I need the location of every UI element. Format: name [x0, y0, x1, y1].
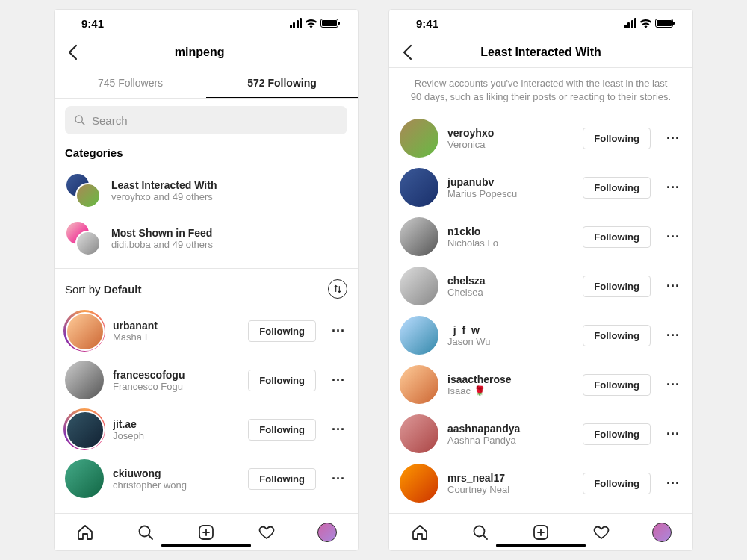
heart-icon	[258, 523, 276, 541]
list-item[interactable]: veroyhxoVeronica Following ···	[389, 113, 692, 163]
more-button[interactable]: ···	[664, 426, 682, 442]
username: jupanubv	[447, 176, 574, 188]
more-button[interactable]: ···	[664, 180, 682, 196]
more-button[interactable]: ···	[664, 279, 682, 294]
list-item[interactable]: isaactheroseIsaac 🌹 Following ···	[389, 360, 692, 409]
username: isaactherose	[447, 373, 574, 385]
search-tab[interactable]	[471, 523, 490, 542]
more-button[interactable]: ···	[664, 328, 682, 343]
back-button[interactable]	[63, 43, 81, 61]
header: Least Interacted With	[389, 37, 692, 68]
username: ckiuwong	[113, 467, 239, 479]
new-post-tab[interactable]	[531, 523, 551, 542]
following-button[interactable]: Following	[583, 177, 651, 199]
display-name: Isaac 🌹	[447, 385, 574, 396]
list-item[interactable]: jupanubvMarius Popescu Following ···	[389, 163, 692, 212]
following-button[interactable]: Following	[583, 374, 651, 396]
more-button[interactable]: ···	[664, 131, 682, 146]
following-button[interactable]: Following	[248, 468, 316, 490]
list-item[interactable]: jit.ae Joseph Following ···	[55, 405, 358, 454]
following-button[interactable]: Following	[583, 276, 651, 297]
list-item[interactable]: n1ckloNicholas Lo Following ···	[389, 212, 692, 261]
tabs: 745 Followers 572 Following	[55, 68, 358, 99]
avatar	[65, 459, 104, 498]
avatar	[400, 168, 438, 207]
home-tab[interactable]	[75, 523, 95, 542]
search-input[interactable]	[92, 114, 338, 127]
home-icon	[411, 523, 429, 541]
more-button[interactable]: ···	[329, 373, 347, 388]
avatar	[400, 267, 438, 305]
avatar	[65, 361, 104, 399]
cellular-icon	[290, 18, 303, 28]
following-button[interactable]: Following	[583, 128, 651, 149]
list-item[interactable]: _j_f_w_Jason Wu Following ···	[389, 311, 692, 360]
category-title: Least Interacted With	[111, 179, 217, 191]
username: francescofogu	[113, 369, 239, 381]
search-tab[interactable]	[136, 523, 155, 542]
list-item[interactable]: mrs_neal17Courtney Neal Following ···	[389, 458, 692, 508]
avatar	[66, 411, 105, 449]
battery-icon	[655, 19, 673, 28]
phone-least-interacted-screen: 9:41 Least Interacted With Review accoun…	[388, 9, 693, 551]
following-button[interactable]: Following	[248, 370, 316, 391]
avatar	[400, 464, 438, 503]
status-time: 9:41	[416, 17, 438, 30]
tab-following[interactable]: 572 Following	[206, 68, 358, 98]
wifi-icon	[305, 19, 317, 28]
category-most-shown[interactable]: Most Shown in Feed didi.boba and 49 othe…	[55, 214, 358, 262]
svg-line-8	[483, 535, 487, 539]
category-least-interacted[interactable]: Least Interacted With veroyhxo and 49 ot…	[55, 167, 358, 214]
display-name: Nicholas Lo	[447, 237, 574, 249]
more-button[interactable]: ···	[329, 471, 347, 487]
username: mrs_neal17	[447, 472, 574, 484]
svg-line-3	[149, 535, 152, 539]
heart-icon	[592, 523, 610, 541]
list-item[interactable]: ckiuwong christopher wong Following ···	[55, 454, 358, 503]
following-button[interactable]: Following	[583, 325, 651, 346]
display-name: Chelsea	[447, 287, 574, 298]
following-button[interactable]: Following	[583, 226, 651, 248]
list-item[interactable]: urbanant Masha I Following ···	[55, 306, 358, 355]
back-button[interactable]	[398, 43, 416, 61]
avatar	[400, 365, 438, 404]
profile-tab[interactable]	[652, 523, 672, 542]
activity-tab[interactable]	[592, 523, 611, 542]
header: minpeng__	[55, 37, 358, 68]
activity-tab[interactable]	[257, 523, 276, 542]
tab-followers[interactable]: 745 Followers	[55, 68, 206, 98]
list-item[interactable]: francescofogu Francesco Fogu Following ·…	[55, 355, 358, 405]
more-button[interactable]: ···	[664, 377, 682, 393]
following-button[interactable]: Following	[248, 419, 316, 441]
more-button[interactable]: ···	[664, 229, 682, 245]
cellular-icon	[624, 18, 637, 28]
following-button[interactable]: Following	[248, 320, 316, 342]
list-item[interactable]: chelszaChelsea Following ···	[389, 261, 692, 311]
sort-button[interactable]	[328, 279, 347, 299]
description: Review accounts you've interacted with t…	[389, 68, 692, 113]
status-time: 9:41	[81, 17, 104, 30]
search-input-wrapper[interactable]	[65, 106, 347, 134]
home-tab[interactable]	[410, 523, 430, 542]
new-post-tab[interactable]	[196, 523, 216, 542]
category-avatars	[65, 172, 101, 208]
sort-label: Sort by Default	[65, 283, 142, 296]
home-indicator	[161, 544, 251, 547]
more-button[interactable]: ···	[329, 422, 347, 438]
avatar	[400, 119, 438, 158]
wifi-icon	[639, 19, 652, 28]
phone-following-screen: 9:41 minpeng__ 745 Followers 572 Followi…	[54, 9, 359, 551]
username: aashnapandya	[447, 423, 574, 435]
page-title: minpeng__	[175, 46, 238, 59]
following-button[interactable]: Following	[583, 473, 651, 494]
profile-tab[interactable]	[317, 523, 337, 542]
home-indicator	[496, 544, 586, 547]
status-icons	[290, 18, 339, 28]
more-button[interactable]: ···	[664, 476, 682, 491]
list-item[interactable]: aashnapandyaAashna Pandya Following ···	[389, 409, 692, 458]
status-bar: 9:41	[389, 10, 692, 37]
following-button[interactable]: Following	[583, 423, 651, 445]
category-avatars	[65, 220, 101, 256]
category-title: Most Shown in Feed	[111, 227, 213, 239]
more-button[interactable]: ···	[329, 323, 347, 339]
